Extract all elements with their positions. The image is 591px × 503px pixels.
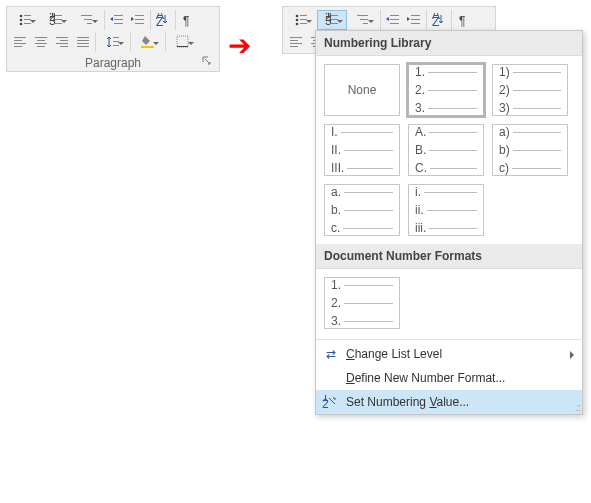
svg-rect-27 — [14, 40, 22, 41]
thumb-alpha-upper[interactable]: A. B. C. — [408, 124, 484, 176]
justify-button[interactable] — [73, 32, 93, 52]
bullets-button[interactable] — [10, 10, 40, 30]
svg-rect-26 — [14, 37, 26, 38]
svg-marker-22 — [131, 17, 134, 21]
svg-rect-64 — [390, 19, 399, 20]
thumb-roman-lower[interactable]: i. ii. iii. — [408, 184, 484, 236]
numbering-button[interactable]: 123 — [41, 10, 71, 30]
svg-text:Z: Z — [432, 15, 439, 27]
svg-rect-46 — [177, 36, 188, 47]
svg-rect-53 — [300, 23, 307, 24]
thumb-doc-decimal[interactable]: 1. 2. 3. — [324, 277, 400, 329]
svg-rect-40 — [77, 43, 89, 44]
numbering-button-open[interactable]: 123 — [317, 10, 347, 30]
svg-rect-34 — [56, 37, 68, 38]
multilevel-list-button[interactable] — [72, 10, 102, 30]
change-level-icon: ⇄ — [322, 347, 340, 361]
svg-text:2: 2 — [322, 397, 329, 409]
svg-rect-74 — [290, 37, 302, 38]
increase-indent-button[interactable] — [404, 10, 424, 30]
svg-text:¶: ¶ — [183, 14, 189, 27]
thumb-alpha-lower-dot[interactable]: a. b. c. — [324, 184, 400, 236]
set-numbering-value-item[interactable]: 12 Set Numbering Value... — [316, 390, 582, 414]
svg-rect-62 — [363, 23, 368, 24]
svg-rect-44 — [113, 45, 119, 46]
svg-rect-77 — [290, 46, 298, 47]
svg-rect-35 — [60, 40, 68, 41]
dialog-launcher-icon[interactable] — [200, 54, 214, 68]
svg-rect-49 — [300, 15, 307, 16]
svg-rect-43 — [113, 41, 119, 42]
show-hide-button[interactable]: ¶ — [178, 10, 198, 30]
row-2 — [10, 31, 216, 53]
svg-text:3: 3 — [325, 14, 332, 27]
svg-rect-75 — [290, 40, 298, 41]
line-spacing-button[interactable] — [98, 32, 128, 52]
change-list-level-item[interactable]: ⇄ Change List Level — [316, 342, 582, 366]
thumb-none[interactable]: None — [324, 64, 400, 116]
svg-rect-14 — [87, 23, 92, 24]
svg-rect-21 — [135, 23, 144, 24]
svg-rect-42 — [113, 37, 119, 38]
svg-rect-13 — [84, 19, 92, 20]
svg-text:Z: Z — [156, 15, 163, 27]
borders-button[interactable] — [168, 32, 198, 52]
separator — [426, 10, 427, 30]
align-left-button[interactable] — [286, 32, 306, 52]
svg-rect-17 — [114, 23, 123, 24]
thumb-decimal-paren[interactable]: 1) 2) 3) — [492, 64, 568, 116]
svg-rect-1 — [24, 15, 31, 16]
define-new-format-item[interactable]: Define New Number Format... — [316, 366, 582, 390]
svg-marker-70 — [407, 17, 410, 21]
show-hide-button[interactable]: ¶ — [454, 10, 474, 30]
bullets-button[interactable] — [286, 10, 316, 30]
thumb-alpha-lower-paren[interactable]: a) b) c) — [492, 124, 568, 176]
define-new-format-label: Define New Number Format... — [346, 371, 505, 385]
svg-rect-28 — [14, 43, 26, 44]
decrease-indent-button[interactable] — [107, 10, 127, 30]
svg-rect-69 — [411, 23, 420, 24]
row-1: 123 AZ ¶ — [286, 9, 492, 31]
svg-rect-19 — [135, 15, 144, 16]
svg-rect-11 — [54, 23, 62, 24]
svg-point-4 — [20, 23, 23, 26]
change-list-level-label: Change List Level — [346, 347, 442, 361]
svg-rect-51 — [300, 19, 307, 20]
sort-button[interactable]: AZ — [429, 10, 449, 30]
decrease-indent-button[interactable] — [383, 10, 403, 30]
svg-point-0 — [20, 15, 23, 18]
separator — [130, 32, 131, 52]
svg-text:¶: ¶ — [459, 14, 465, 27]
svg-rect-59 — [330, 23, 338, 24]
shading-button[interactable] — [133, 32, 163, 52]
align-center-button[interactable] — [31, 32, 51, 52]
separator — [150, 10, 151, 30]
svg-rect-45 — [141, 46, 154, 48]
separator — [95, 32, 96, 52]
svg-rect-39 — [77, 40, 89, 41]
document-formats-header: Document Number Formats — [316, 244, 582, 269]
align-left-button[interactable] — [10, 32, 30, 52]
svg-rect-63 — [390, 15, 399, 16]
svg-rect-29 — [14, 46, 22, 47]
svg-rect-20 — [135, 19, 144, 20]
menu-separator — [316, 339, 582, 340]
group-label-text: Paragraph — [85, 56, 141, 70]
svg-rect-15 — [114, 15, 123, 16]
svg-rect-67 — [411, 15, 420, 16]
increase-indent-button[interactable] — [128, 10, 148, 30]
svg-marker-18 — [110, 17, 113, 21]
thumb-decimal-dot[interactable]: 1. 2. 3. — [408, 64, 484, 116]
thumb-roman-upper[interactable]: I. II. III. — [324, 124, 400, 176]
svg-marker-66 — [386, 17, 389, 21]
svg-rect-41 — [77, 46, 89, 47]
separator — [175, 10, 176, 30]
svg-rect-33 — [37, 46, 45, 47]
align-right-button[interactable] — [52, 32, 72, 52]
group-caption: Paragraph — [10, 53, 216, 71]
svg-rect-60 — [357, 15, 368, 16]
sort-button[interactable]: AZ — [153, 10, 173, 30]
separator — [380, 10, 381, 30]
resize-grip-icon[interactable]: .:: — [575, 402, 580, 413]
multilevel-list-button[interactable] — [348, 10, 378, 30]
